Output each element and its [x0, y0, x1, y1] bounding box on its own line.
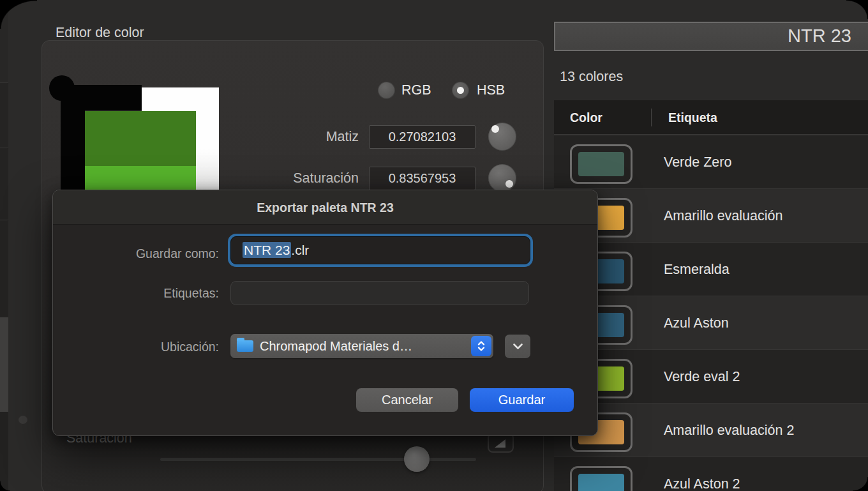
export-dialog: Exportar paleta NTR 23 Guardar como: NTR…: [52, 190, 598, 436]
chevron-down-icon: [513, 343, 523, 350]
expand-dialog-button[interactable]: [505, 335, 530, 358]
row-label: Amarillo evaluación: [664, 208, 782, 223]
row-label: Verde Zero: [664, 154, 731, 170]
color-swatch: [570, 466, 632, 491]
editor-section-title: Editor de color: [56, 25, 144, 41]
dial-indicator-dot: [505, 180, 513, 188]
rgb-radio-label: RGB: [401, 82, 431, 98]
window-edge-dot: [19, 416, 27, 424]
column-divider: [651, 109, 652, 126]
saturation-slider-thumb[interactable]: [404, 446, 430, 472]
left-panel-segment: [0, 0, 8, 83]
color-swatch: [570, 144, 632, 184]
palette-row[interactable]: Verde eval 2: [554, 349, 868, 403]
hue-dial[interactable]: [488, 123, 516, 151]
palette-row[interactable]: Azul Aston: [554, 296, 868, 349]
saturation-value-input[interactable]: 0.83567953: [369, 167, 475, 190]
left-panel-segment: [0, 84, 8, 148]
filename-selected-text: NTR 23: [243, 242, 291, 258]
save-as-label: Guardar como:: [53, 246, 219, 261]
rgb-radio[interactable]: [378, 82, 395, 99]
left-panel-segment-highlight: [0, 317, 8, 412]
palette-row[interactable]: Azul Aston 2: [554, 457, 868, 491]
filename-input-focus-ring: NTR 23.clr: [228, 234, 533, 267]
hsb-radio-label: HSB: [477, 82, 505, 98]
location-value: Chromapod Materiales d…: [260, 339, 412, 354]
swatch-color: [578, 474, 624, 491]
up-down-chevrons-icon: [476, 338, 486, 354]
saturation-field-label: Saturación: [193, 170, 359, 186]
row-label: Verde eval 2: [664, 368, 740, 384]
left-panel-segment: [0, 221, 8, 317]
palette-row[interactable]: Amarillo evaluación 2: [554, 403, 868, 457]
window-corner-top-right: [846, 0, 868, 19]
dialog-title: Exportar paleta NTR 23: [53, 190, 597, 225]
hsb-radio[interactable]: [452, 82, 469, 99]
filename-input[interactable]: NTR 23.clr: [230, 236, 530, 264]
dialog-titlebar: Exportar paleta NTR 23: [53, 190, 597, 225]
palette-name-field[interactable]: NTR 23: [554, 22, 868, 51]
row-label: Esmeralda: [664, 261, 730, 277]
row-label: Azul Aston 2: [664, 476, 740, 491]
tags-label: Etiquetas:: [53, 286, 219, 301]
location-popup-button[interactable]: Chromapod Materiales d…: [230, 334, 493, 358]
tags-input[interactable]: [230, 281, 529, 305]
palette-row[interactable]: Amarillo evaluación: [554, 188, 868, 242]
row-label: Amarillo evaluación 2: [664, 422, 794, 438]
preview-light-green-rect: [85, 166, 196, 190]
color-count-label: 13 colores: [560, 69, 623, 85]
app-window: Editor de color RGB HSB Matiz 0.27082103…: [0, 0, 868, 491]
radio-selected-dot: [457, 87, 464, 94]
palette-table-header: Color Etiqueta: [554, 100, 868, 135]
left-panel-segment: [0, 149, 8, 220]
location-label: Ubicación:: [53, 340, 219, 354]
preview-dark-green-rect: [85, 111, 196, 166]
popup-stepper-icon: [471, 336, 491, 356]
palette-row[interactable]: Esmeralda: [554, 242, 868, 296]
palette-rows: Verde Zero Amarillo evaluación Esmeralda…: [554, 135, 868, 491]
save-button[interactable]: Guardar: [470, 388, 574, 412]
row-label: Azul Aston: [664, 315, 729, 331]
column-header-label: Etiqueta: [668, 110, 717, 125]
hue-value-input[interactable]: 0.27082103: [369, 125, 475, 149]
folder-icon: [237, 340, 253, 352]
palette-row[interactable]: Verde Zero: [554, 135, 868, 188]
dial-indicator-dot: [491, 125, 499, 133]
screen: Editor de color RGB HSB Matiz 0.27082103…: [0, 0, 868, 491]
left-edge-panel: [0, 0, 8, 491]
swatch-color: [578, 152, 624, 176]
saturation-dial[interactable]: [488, 164, 516, 192]
wedge-icon: [495, 439, 505, 448]
filename-extension: .clr: [291, 243, 309, 257]
preview-black-bar-horizontal: [61, 85, 142, 110]
left-panel-segment: [0, 412, 8, 491]
cancel-button[interactable]: Cancelar: [356, 388, 458, 412]
column-header-color: Color: [570, 110, 602, 125]
hue-field-label: Matiz: [193, 129, 359, 145]
